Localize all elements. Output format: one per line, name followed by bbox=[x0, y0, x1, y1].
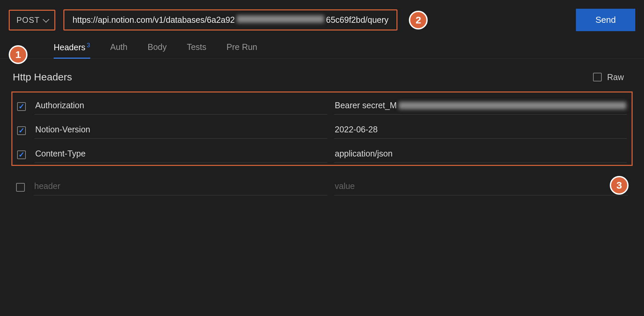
header-row bbox=[12, 117, 632, 141]
header-enable-checkbox[interactable] bbox=[16, 183, 25, 192]
header-enable-checkbox[interactable] bbox=[17, 126, 26, 135]
send-button[interactable]: Send bbox=[576, 9, 635, 31]
tab-tests[interactable]: Tests bbox=[187, 42, 206, 58]
callout-badge-1: 1 bbox=[9, 45, 28, 64]
header-value-input[interactable] bbox=[334, 123, 627, 139]
callout-badge-2: 2 bbox=[409, 11, 428, 29]
header-name-input[interactable] bbox=[35, 99, 327, 115]
header-value-input[interactable]: Bearer secret_M bbox=[334, 99, 627, 115]
tab-pre-run[interactable]: Pre Run bbox=[226, 42, 257, 58]
callout-badge-3: 3 bbox=[610, 176, 629, 195]
tab-auth[interactable]: Auth bbox=[110, 42, 127, 58]
tab-headers[interactable]: Headers3 bbox=[54, 42, 90, 58]
header-value-redacted bbox=[399, 102, 626, 109]
raw-label: Raw bbox=[607, 72, 624, 82]
http-method-label: POST bbox=[16, 15, 40, 25]
request-tabs: Headers3 Auth Body Tests Pre Run bbox=[0, 35, 644, 59]
header-enable-checkbox[interactable] bbox=[17, 102, 26, 111]
header-enable-checkbox[interactable] bbox=[17, 150, 26, 159]
raw-checkbox[interactable] bbox=[593, 73, 602, 81]
header-row-new bbox=[11, 173, 633, 197]
chevron-down-icon bbox=[43, 16, 50, 22]
header-value-input[interactable] bbox=[334, 179, 628, 195]
header-row: Bearer secret_M bbox=[12, 92, 632, 117]
header-value-prefix: Bearer secret_M bbox=[335, 101, 397, 110]
header-name-input[interactable] bbox=[35, 123, 327, 139]
request-url-input[interactable]: https://api.notion.com/v1/databases/6a2a… bbox=[63, 9, 397, 30]
tab-badge: 3 bbox=[87, 42, 90, 49]
headers-list-highlighted: Bearer secret_M bbox=[11, 91, 633, 166]
url-suffix: 65c69f2bd/query bbox=[326, 15, 388, 25]
url-prefix: https://api.notion.com/v1/databases/6a2a… bbox=[72, 15, 235, 25]
headers-section-title: Http Headers bbox=[13, 71, 72, 83]
tab-body[interactable]: Body bbox=[148, 42, 167, 58]
header-value-input[interactable] bbox=[334, 147, 627, 163]
tab-label: Headers bbox=[54, 43, 86, 52]
header-row bbox=[12, 141, 632, 165]
url-redacted bbox=[237, 15, 324, 23]
header-name-input[interactable] bbox=[34, 179, 327, 195]
header-name-input[interactable] bbox=[35, 147, 327, 163]
http-method-select[interactable]: POST bbox=[9, 10, 55, 30]
